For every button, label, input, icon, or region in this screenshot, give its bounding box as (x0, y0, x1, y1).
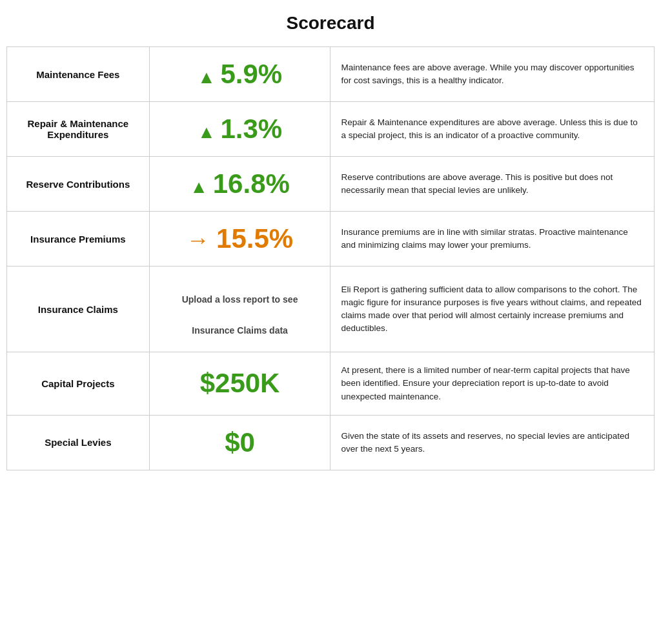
arrow-right-icon: 15.5% (187, 223, 293, 254)
value-repair-maintenance: 1.3% (149, 102, 330, 157)
scorecard-table: Maintenance Fees5.9%Maintenance fees are… (6, 46, 655, 470)
label-repair-maintenance: Repair & Maintenance Expenditures (7, 102, 150, 157)
arrow-up-icon: 16.8% (190, 168, 290, 199)
table-row: Maintenance Fees5.9%Maintenance fees are… (7, 47, 655, 102)
value-insurance-claims: Upload a loss report to see Insurance Cl… (149, 267, 330, 352)
value-maintenance-fees: 5.9% (149, 47, 330, 102)
value-text: $250K (200, 368, 280, 398)
description-special-levies: Given the state of its assets and reserv… (330, 415, 655, 470)
description-insurance-claims: Eli Report is gathering sufficient data … (330, 267, 655, 352)
arrow-up-icon: 5.9% (198, 59, 282, 89)
value-insurance-premiums: 15.5% (149, 212, 330, 267)
table-row: Insurance Premiums15.5%Insurance premium… (7, 212, 655, 267)
upload-text: Upload a loss report to see Insurance Cl… (182, 294, 298, 336)
value-capital-projects: $250K (149, 352, 330, 416)
table-row: Special Levies$0Given the state of its a… (7, 415, 655, 470)
page-container: Scorecard Maintenance Fees5.9%Maintenanc… (0, 0, 661, 483)
table-row: Insurance ClaimsUpload a loss report to … (7, 267, 655, 352)
value-special-levies: $0 (149, 415, 330, 470)
description-capital-projects: At present, there is a limited number of… (330, 352, 655, 416)
table-row: Capital Projects$250KAt present, there i… (7, 352, 655, 416)
label-maintenance-fees: Maintenance Fees (7, 47, 150, 102)
table-row: Repair & Maintenance Expenditures1.3%Rep… (7, 102, 655, 157)
page-title: Scorecard (6, 13, 655, 34)
label-insurance-premiums: Insurance Premiums (7, 212, 150, 267)
label-reserve-contributions: Reserve Contributions (7, 157, 150, 212)
description-insurance-premiums: Insurance premiums are in line with simi… (330, 212, 655, 267)
label-special-levies: Special Levies (7, 415, 150, 470)
label-capital-projects: Capital Projects (7, 352, 150, 416)
description-repair-maintenance: Repair & Maintenance expenditures are ab… (330, 102, 655, 157)
value-reserve-contributions: 16.8% (149, 157, 330, 212)
table-row: Reserve Contributions16.8%Reserve contri… (7, 157, 655, 212)
description-maintenance-fees: Maintenance fees are above average. Whil… (330, 47, 655, 102)
arrow-up-icon: 1.3% (198, 114, 282, 144)
description-reserve-contributions: Reserve contributions are above average.… (330, 157, 655, 212)
value-text: $0 (225, 427, 255, 458)
label-insurance-claims: Insurance Claims (7, 267, 150, 352)
